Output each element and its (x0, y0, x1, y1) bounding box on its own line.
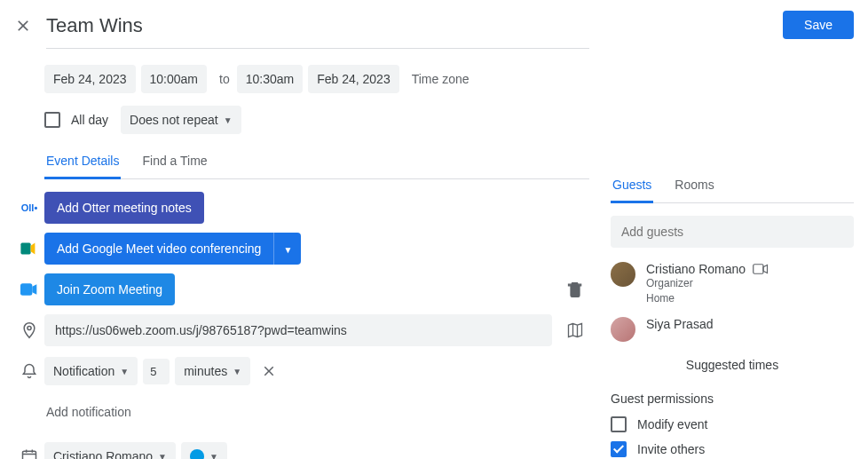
repeat-dropdown[interactable]: Does not repeat▼ (121, 106, 241, 134)
all-day-checkbox[interactable] (44, 112, 60, 128)
notification-type-dropdown[interactable]: Notification▼ (44, 357, 138, 385)
location-url-input[interactable] (44, 314, 552, 346)
guest-role: Organizer (646, 276, 854, 291)
notification-value[interactable]: 5 (143, 359, 170, 384)
camera-icon (753, 263, 769, 275)
calendar-icon (20, 447, 38, 459)
google-meet-dropdown[interactable]: ▼ (273, 233, 301, 265)
map-icon[interactable] (561, 316, 589, 344)
zoom-icon (20, 283, 38, 296)
guest-name: Cristiano Romano (646, 262, 746, 276)
add-guests-input[interactable] (611, 216, 854, 248)
end-date[interactable]: Feb 24, 2023 (308, 65, 399, 93)
invite-others-label: Invite others (637, 442, 705, 456)
guest-row[interactable]: Siya Prasad (611, 317, 854, 342)
notification-icon (20, 362, 38, 380)
otter-icon: OII• (21, 202, 38, 213)
tab-find-time[interactable]: Find a Time (140, 145, 209, 178)
tab-guests[interactable]: Guests (611, 169, 653, 203)
permissions-title: Guest permissions (611, 392, 854, 406)
timezone-button[interactable]: Time zone (412, 72, 470, 86)
calendar-owner-dropdown[interactable]: Cristiano Romano▼ (44, 442, 176, 459)
start-time[interactable]: 10:00am (141, 65, 207, 93)
svg-rect-1 (20, 283, 32, 295)
all-day-label: All day (71, 113, 108, 127)
modify-event-checkbox[interactable] (611, 416, 627, 432)
add-google-meet-button[interactable]: Add Google Meet video conferencing (44, 233, 273, 265)
add-otter-notes-button[interactable]: Add Otter meeting notes (44, 192, 204, 224)
guest-home: Home (646, 291, 854, 306)
to-label: to (219, 72, 230, 86)
add-notification-button[interactable]: Add notification (46, 405, 131, 419)
event-title-input[interactable] (46, 11, 589, 41)
google-meet-icon (20, 241, 38, 256)
save-button[interactable]: Save (783, 11, 854, 39)
calendar-color-dropdown[interactable]: ▼ (181, 442, 227, 459)
delete-icon[interactable] (561, 275, 589, 304)
start-date[interactable]: Feb 24, 2023 (44, 65, 136, 93)
remove-notification-icon[interactable] (256, 358, 282, 384)
join-zoom-button[interactable]: Join Zoom Meeting (44, 273, 175, 305)
svg-rect-3 (23, 451, 36, 459)
svg-rect-0 (20, 243, 30, 255)
suggested-times-button[interactable]: Suggested times (611, 358, 854, 372)
tab-event-details[interactable]: Event Details (44, 145, 121, 179)
guest-row[interactable]: Cristiano Romano Organizer Home (611, 262, 854, 306)
close-icon[interactable] (14, 17, 36, 35)
guest-name: Siya Prasad (646, 317, 713, 331)
notification-unit-dropdown[interactable]: minutes▼ (175, 357, 250, 385)
tab-rooms[interactable]: Rooms (673, 169, 715, 202)
color-dot (190, 449, 204, 459)
svg-point-2 (28, 326, 31, 329)
end-time[interactable]: 10:30am (237, 65, 303, 93)
avatar (611, 262, 635, 287)
avatar (611, 317, 635, 342)
invite-others-checkbox[interactable] (611, 441, 627, 457)
location-icon (20, 321, 38, 339)
svg-rect-9 (754, 265, 763, 274)
modify-event-label: Modify event (637, 417, 707, 431)
